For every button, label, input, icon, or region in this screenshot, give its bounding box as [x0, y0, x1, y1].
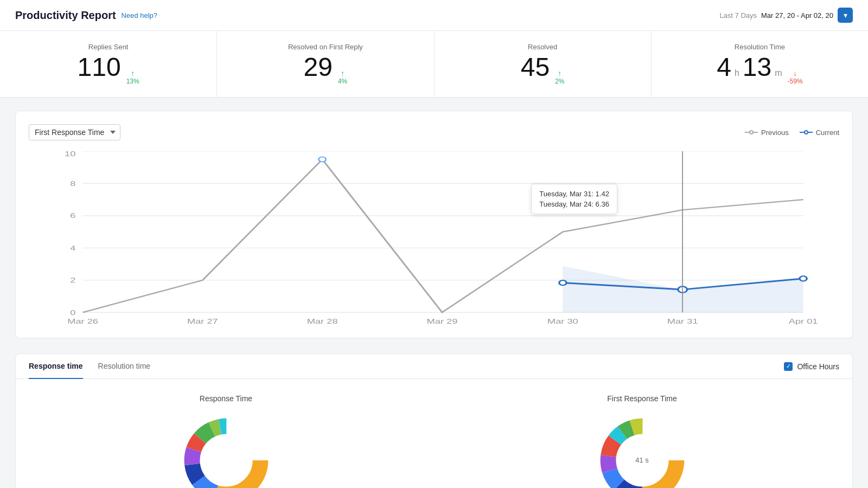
- chart-svg: 0 2 4 6 8 10: [29, 151, 839, 325]
- legend-current: Current: [800, 129, 839, 137]
- resolved-first-reply-label: Resolved on First Reply: [233, 43, 417, 51]
- donut-first-response-svg: [593, 412, 691, 488]
- replies-sent-arrow: ↑: [131, 69, 135, 78]
- chart-legend: Previous Current: [745, 129, 839, 137]
- donut-first-response-time-chart: 41 s: [593, 412, 691, 488]
- donut-response-time: Response Time: [29, 394, 423, 488]
- resolution-time-pct: -59%: [788, 78, 803, 85]
- svg-text:0: 0: [70, 309, 75, 316]
- app-header: Productivity Report Need help? Last 7 Da…: [0, 0, 868, 31]
- svg-text:8: 8: [70, 180, 75, 188]
- date-range-dropdown-button[interactable]: ▾: [838, 8, 853, 23]
- date-range-value: Mar 27, 20 - Apr 02, 20: [761, 11, 833, 20]
- summary-card-resolved-first-reply: Resolved on First Reply 29 ↑ 4%: [217, 31, 434, 97]
- svg-text:Mar 29: Mar 29: [427, 317, 458, 325]
- summary-card-resolved: Resolved 45 ↑ 2%: [435, 31, 652, 97]
- resolved-value: 45: [521, 54, 550, 80]
- tab-resolution-time[interactable]: Resolution time: [98, 354, 151, 379]
- legend-current-dot: [804, 130, 808, 134]
- legend-previous: Previous: [745, 129, 789, 137]
- chart-metric-dropdown[interactable]: First Response Time Resolution Time: [29, 124, 120, 140]
- donut-response-time-chart: [177, 412, 275, 488]
- chart-card: First Response Time Resolution Time Prev…: [15, 111, 853, 338]
- summary-bar: Replies Sent 110 ↑ 13% Resolved on First…: [0, 31, 868, 98]
- replies-sent-label: Replies Sent: [16, 43, 200, 51]
- donut-first-response-center: 41 s: [635, 456, 649, 465]
- office-hours-label: Office Hours: [797, 362, 839, 371]
- resolved-arrow: ↑: [558, 69, 561, 78]
- help-link[interactable]: Need help?: [122, 11, 158, 20]
- svg-text:6: 6: [70, 212, 75, 220]
- tabs-section: Response time Resolution time Office Hou…: [15, 354, 853, 488]
- legend-previous-label: Previous: [761, 129, 789, 137]
- resolution-time-label: Resolution Time: [668, 43, 852, 51]
- resolved-label: Resolved: [451, 43, 635, 51]
- resolution-time-hours: 4: [717, 54, 731, 80]
- current-dot-apr01: [800, 276, 807, 281]
- summary-card-resolution-time: Resolution Time 4 h 13 m ↓ -59%: [652, 31, 868, 97]
- resolved-change: ↑ 2%: [555, 69, 564, 85]
- date-range-selector[interactable]: Last 7 Days Mar 27, 20 - Apr 02, 20 ▾: [719, 8, 853, 23]
- resolution-time-h-unit: h: [735, 68, 739, 78]
- svg-text:Mar 30: Mar 30: [547, 317, 578, 325]
- previous-dot-mar28: [319, 157, 326, 162]
- svg-text:Mar 26: Mar 26: [67, 317, 98, 325]
- donut-response-time-title: Response Time: [29, 394, 423, 403]
- svg-text:Mar 31: Mar 31: [667, 317, 698, 325]
- legend-current-line: [800, 132, 813, 133]
- summary-card-replies-sent: Replies Sent 110 ↑ 13%: [0, 31, 217, 97]
- main-content: First Response Time Resolution Time Prev…: [0, 98, 868, 488]
- resolved-first-reply-value: 29: [304, 54, 333, 80]
- office-hours-checkbox[interactable]: [784, 362, 793, 371]
- donut-response-time-svg: [177, 412, 275, 488]
- replies-sent-value: 110: [78, 54, 121, 80]
- resolved-first-reply-arrow: ↑: [341, 69, 344, 78]
- replies-sent-change: ↑ 13%: [126, 69, 139, 85]
- donuts-row: Response Time: [16, 379, 852, 488]
- svg-text:4: 4: [70, 245, 75, 252]
- tab-response-time[interactable]: Response time: [29, 354, 83, 379]
- svg-text:Apr 01: Apr 01: [789, 317, 818, 325]
- page-title: Productivity Report: [15, 9, 116, 22]
- tabs-header: Response time Resolution time Office Hou…: [16, 354, 852, 379]
- donut-first-response-time-title: First Response Time: [445, 394, 839, 403]
- chart-header: First Response Time Resolution Time Prev…: [29, 124, 839, 140]
- donut-first-response-time: First Response Time 41 s: [445, 394, 839, 488]
- legend-previous-dot: [749, 130, 754, 134]
- resolution-time-arrow: ↓: [793, 69, 797, 78]
- resolved-first-reply-change: ↑ 4%: [338, 69, 347, 85]
- current-dot-mar30: [559, 280, 566, 285]
- resolution-time-change: ↓ -59%: [788, 69, 803, 85]
- svg-text:Mar 27: Mar 27: [187, 317, 218, 325]
- legend-previous-line: [745, 132, 758, 133]
- chart-area: 0 2 4 6 8 10: [29, 151, 839, 325]
- svg-text:Mar 28: Mar 28: [307, 317, 338, 325]
- resolved-pct: 2%: [555, 78, 564, 85]
- svg-text:10: 10: [65, 151, 76, 158]
- resolution-time-m-unit: m: [775, 68, 782, 78]
- svg-text:2: 2: [70, 277, 75, 284]
- resolution-time-minutes: 13: [743, 54, 771, 80]
- legend-current-label: Current: [816, 129, 839, 137]
- tabs-right-controls: Office Hours: [784, 362, 839, 371]
- date-range-label: Last 7 Days: [719, 11, 757, 20]
- replies-sent-pct: 13%: [126, 78, 139, 85]
- resolved-first-reply-pct: 4%: [338, 78, 347, 85]
